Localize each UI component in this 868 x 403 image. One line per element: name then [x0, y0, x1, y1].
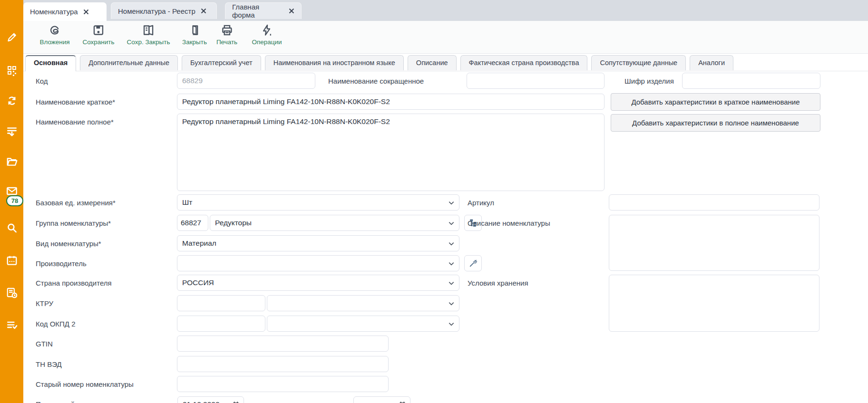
gtin-label: GTIN	[36, 340, 53, 348]
window-tab-label: Главная форма	[232, 3, 283, 19]
add-characteristics-full-button[interactable]: Добавить характеристики в полное наимено…	[611, 114, 820, 132]
save-button[interactable]: Сохранить	[82, 24, 114, 46]
save-close-icon	[142, 24, 155, 37]
folder-icon[interactable]	[6, 155, 18, 168]
toolbar-label: Сохранить	[82, 38, 114, 46]
attachments-button[interactable]: Вложения	[39, 24, 69, 46]
window-tab-label: Номенклатура - Реестр	[118, 7, 195, 15]
save-icon	[92, 24, 105, 37]
tnved-input[interactable]	[177, 356, 389, 372]
toolbar-label: Закрыть	[182, 38, 207, 46]
journal-clock-icon[interactable]	[6, 287, 18, 299]
proizvoditel-select[interactable]	[177, 255, 459, 271]
gruppa-value: Редукторы	[215, 219, 252, 227]
naim-kratkoe-label: Наименование краткое*	[36, 98, 115, 106]
chevron-down-icon	[448, 279, 455, 287]
proizvoditel-label: Производитель	[36, 259, 87, 268]
proizvoditel-wand-button[interactable]	[464, 255, 482, 271]
operations-icon	[261, 24, 273, 37]
stary-nomer-input[interactable]	[177, 376, 389, 392]
artikul-label: Артикул	[468, 199, 494, 207]
tab-inostrannye-naimenovaniya[interactable]: Наименования на иностранном языке	[265, 55, 404, 70]
close-icon[interactable]	[83, 9, 89, 15]
form-tabs: Основная Дополнительные данные Бухгалтер…	[25, 55, 733, 71]
gruppa-select[interactable]: Редукторы	[210, 215, 459, 231]
toolbar-label: Сохр. Закрыть	[127, 38, 170, 46]
naim-kratkoe-input[interactable]	[177, 94, 605, 110]
sync-icon[interactable]	[6, 95, 18, 107]
usloviya-label: Условия хранения	[468, 279, 528, 287]
window-tab-nomenklatura[interactable]: Номенклатура	[23, 2, 107, 21]
artikul-input[interactable]	[609, 194, 819, 211]
tab-analogi[interactable]: Аналоги	[690, 55, 733, 70]
period-po-label: по	[251, 400, 259, 403]
bazovaya-select[interactable]: Шт	[177, 194, 459, 211]
gruppa-code-input[interactable]	[177, 215, 208, 231]
vid-label: Вид номенклатуры*	[36, 240, 101, 248]
okpd-code-input[interactable]	[177, 316, 265, 332]
gtin-input[interactable]	[177, 336, 389, 352]
add-characteristics-short-button[interactable]: Добавить характеристики в краткое наимен…	[611, 93, 820, 111]
period-from-value: 01.10.2022	[183, 400, 220, 403]
toolbar-label: Операции	[252, 38, 282, 46]
tab-osnovnaya[interactable]: Основная	[25, 55, 76, 71]
opisanie-label: Описание номенклатуры	[468, 219, 550, 227]
tab-dopolnitelnye-dannye[interactable]: Дополнительные данные	[80, 55, 178, 70]
usloviya-textarea[interactable]	[609, 275, 819, 332]
checklist-icon[interactable]	[6, 319, 18, 331]
window-tab-glavnaya-forma[interactable]: Главная форма	[225, 2, 302, 19]
chevron-down-icon	[448, 300, 455, 307]
app-window: 78 Номенклатура Номенклатура - Реестр Гл…	[0, 0, 868, 403]
operations-button[interactable]: Операции	[252, 24, 282, 46]
print-icon	[220, 24, 233, 37]
door-close-icon	[188, 24, 201, 37]
search-icon[interactable]	[6, 222, 18, 234]
period-from-input[interactable]: 01.10.2022	[177, 396, 244, 403]
chevron-down-icon	[448, 260, 455, 268]
naim-polnoe-label: Наименование полное*	[36, 118, 114, 126]
ktru-label: КТРУ	[36, 299, 53, 307]
sidebar: 78	[0, 0, 23, 403]
print-button[interactable]: Печать	[216, 24, 237, 46]
period-to-input[interactable]	[353, 396, 410, 403]
shifr-input[interactable]	[682, 73, 820, 89]
strana-value: РОССИЯ	[182, 278, 214, 287]
tab-opisanie[interactable]: Описание	[408, 55, 457, 70]
pencil-icon[interactable]	[6, 31, 18, 43]
chevron-down-icon	[448, 240, 455, 248]
close-icon[interactable]	[201, 8, 206, 14]
strana-select[interactable]: РОССИЯ	[177, 275, 459, 291]
naim-polnoe-textarea[interactable]: Редуктор планетарный Liming FA142-10N-R8…	[177, 114, 605, 191]
paperclip-icon	[49, 24, 61, 37]
vid-select[interactable]: Материал	[177, 235, 459, 251]
window-tab-label: Номенклатура	[30, 8, 78, 16]
tnved-label: ТН ВЭД	[36, 360, 62, 368]
mail-badge: 78	[6, 195, 23, 206]
qr-code-icon[interactable]	[6, 64, 18, 77]
tab-fakticheskaya-strana[interactable]: Фактическая страна производства	[460, 55, 588, 70]
okpd-label: Код ОКПД 2	[36, 320, 76, 328]
close-button[interactable]: Закрыть	[182, 24, 207, 46]
okpd-select[interactable]	[267, 316, 459, 332]
calendar-small-icon	[399, 401, 406, 403]
shifr-label: Шифр изделия	[624, 77, 674, 85]
toolbar-label: Вложения	[39, 38, 69, 46]
save-close-button[interactable]: Сохр. Закрыть	[127, 24, 170, 46]
calendar-icon[interactable]	[6, 254, 18, 267]
kod-input[interactable]	[177, 73, 315, 89]
chevron-down-icon	[448, 220, 455, 227]
gruppa-label: Группа номенклатуры*	[36, 219, 111, 227]
tab-buhgalterskiy-uchet[interactable]: Бухгалтерский учет	[182, 55, 261, 70]
stary-nomer-label: Старый номер номенклатуры	[36, 380, 134, 388]
chevron-down-icon	[448, 320, 455, 328]
close-icon[interactable]	[289, 8, 294, 14]
opisanie-textarea[interactable]	[609, 215, 819, 271]
print-queue-icon[interactable]	[6, 125, 18, 137]
window-tab-nomenklatura-reestr[interactable]: Номенклатура - Реестр	[111, 2, 217, 19]
calendar-small-icon	[232, 401, 240, 403]
ktru-select[interactable]	[267, 295, 459, 311]
naim-sokr-input[interactable]	[467, 73, 605, 89]
ktru-code-input[interactable]	[177, 295, 265, 311]
tab-soputstvuyushchie-dannye[interactable]: Сопутствующие данные	[591, 55, 686, 70]
chevron-down-icon	[448, 199, 455, 207]
